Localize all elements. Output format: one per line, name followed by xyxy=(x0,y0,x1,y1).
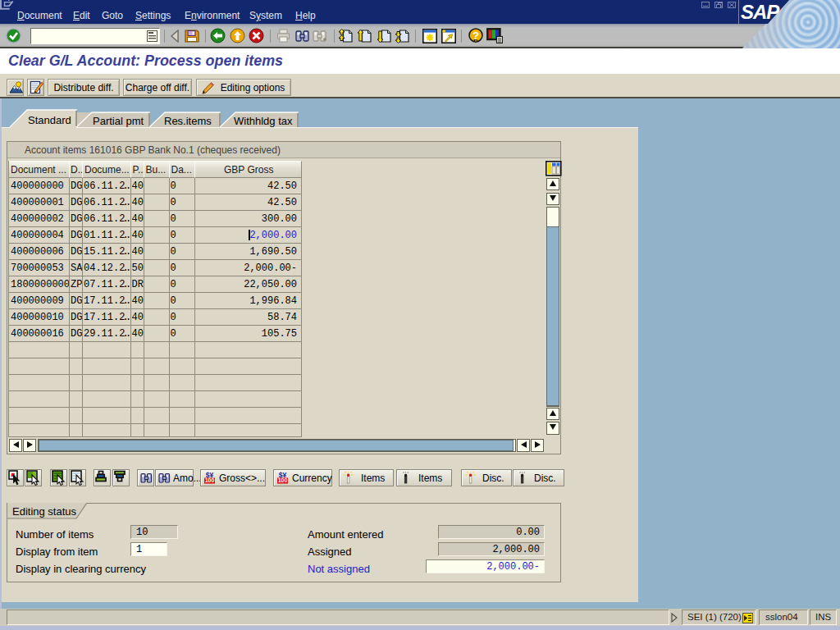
svg-text:100: 100 xyxy=(278,477,288,483)
svg-text:100: 100 xyxy=(205,477,215,483)
svg-text:?: ? xyxy=(472,30,479,42)
